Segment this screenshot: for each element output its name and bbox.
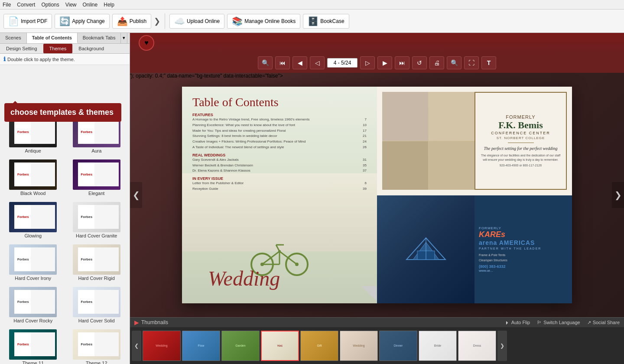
theme-hcrigid[interactable]: Forbes Hard Cover Rigid <box>66 243 127 283</box>
antique-cover: Forbes <box>14 120 32 144</box>
hcrocky-cover: Forbes <box>14 290 32 314</box>
theme-hcgranite[interactable]: Forbes Hard Cover Granite <box>66 200 127 240</box>
theme-elegant-thumb: Forbes <box>73 159 120 190</box>
bookcase-button[interactable]: 🗄️ BookCase <box>303 14 349 29</box>
ad-conference-label: CONFERENCE CENTER <box>491 131 550 135</box>
photo-1 <box>382 92 428 141</box>
thumb-5[interactable]: Gift <box>300 331 338 361</box>
theme-hcsolid[interactable]: Forbes Hard Cover Solid <box>66 285 127 325</box>
thumb-7[interactable]: Dinner <box>379 331 417 361</box>
toc-item-5: Creative Images + Flickers: Writing Prof… <box>192 139 367 145</box>
tab-toc[interactable]: Table of Contents <box>27 33 78 43</box>
back-all-button[interactable]: ⏮ <box>275 56 290 69</box>
tab-scenes[interactable]: Scenes <box>0 33 27 43</box>
toc-rw-1: Gary Scevendt & Alex Jackals31 <box>192 157 367 163</box>
theme-elegant[interactable]: Forbes Elegant <box>66 158 127 198</box>
theme-glowing[interactable]: Forbes Glowing <box>3 200 64 240</box>
tab-background[interactable]: Background <box>72 44 110 53</box>
theme-glowing-thumb: Forbes <box>9 202 57 232</box>
photo-2 <box>429 92 474 141</box>
theme-blackwood-label: Black Wood <box>20 191 46 196</box>
tab-design-setting[interactable]: Design Setting <box>0 44 43 53</box>
menu-options[interactable]: Options <box>41 2 59 8</box>
hcrigid-cover: Forbes <box>78 247 95 271</box>
theme-teal[interactable]: Forbes Theme 11 <box>3 328 64 364</box>
thumbnails-panel: ▶ Thumbnails ⏵ Auto Flip 🏳 Switch Langua… <box>130 317 624 364</box>
ad-arena-leader: PARTNER WITH THE LEADER <box>479 247 568 250</box>
apply-change-button[interactable]: 🔄 Apply Change <box>55 14 109 29</box>
toc-section-features: FEATURES <box>192 113 367 117</box>
theme-hcrocky-label: Hard Cover Rocky <box>13 318 52 323</box>
menu-file[interactable]: File <box>3 2 11 8</box>
theme-light[interactable]: Forbes Theme 12 <box>66 328 127 364</box>
text-button[interactable]: T <box>481 56 496 69</box>
ad-divider <box>508 143 534 143</box>
toc-rw-3: Dr. Elena Kazons & Shannon Klassos37 <box>192 168 367 174</box>
themes-grid: choose templates & themes Forbes Antique… <box>0 65 130 364</box>
menu-view[interactable]: View <box>65 2 77 8</box>
zoom-in-button[interactable]: 🔍 <box>258 56 273 69</box>
forward-button[interactable]: ▶ <box>377 56 392 69</box>
light-page <box>94 332 119 356</box>
toc-ie-1: Letter from the Publisher & Editor6 <box>192 181 367 186</box>
thumbs-next-button[interactable]: ❯ <box>497 331 507 361</box>
thumb-2[interactable]: Flow <box>182 331 220 361</box>
apply-change-label: Apply Change <box>72 18 104 24</box>
theme-hcsolid-label: Hard Cover Solid <box>78 318 115 323</box>
rotate-button[interactable]: ↺ <box>412 56 427 69</box>
publish-button[interactable]: 📤 Publish <box>112 14 151 29</box>
theme-light-thumb: Forbes <box>73 329 120 360</box>
blackwood-cover: Forbes <box>14 162 32 186</box>
ad-arena: FORMERLY KAREs arena AMERICAS PARTNER WI… <box>377 195 572 303</box>
thumb-9[interactable]: Dress <box>458 331 496 361</box>
print-button[interactable]: 🖨 <box>429 56 444 69</box>
menu-online[interactable]: Online <box>83 2 98 8</box>
prev-spread-button[interactable]: ❮ <box>130 182 142 208</box>
tab-dropdown[interactable]: ▾ <box>121 33 127 43</box>
import-pdf-button[interactable]: 📄 Import PDF <box>3 14 52 29</box>
ad-photo-grid <box>382 92 474 190</box>
switch-language-control[interactable]: 🏳 Switch Language <box>537 320 580 325</box>
toc-item-3: Made for You: Tips and ideas for creatin… <box>192 128 367 134</box>
hcirony-page <box>31 247 55 271</box>
theme-blackwood[interactable]: Forbes Black Wood <box>3 158 64 198</box>
menu-convert[interactable]: Convert <box>17 2 35 8</box>
tab-bookmark[interactable]: Bookmark Tabs <box>78 33 121 43</box>
thumb-1[interactable]: Wedding <box>143 331 181 361</box>
ad-arena-image <box>377 195 474 303</box>
forward-all-button[interactable]: ⏭ <box>395 56 410 69</box>
next-spread-button[interactable]: ❯ <box>612 182 624 208</box>
theme-hcrigid-label: Hard Cover Rigid <box>78 276 115 281</box>
thumbs-prev-button[interactable]: ❮ <box>132 331 141 361</box>
toolbar: 📄 Import PDF 🔄 Apply Change 📤 Publish ❯ … <box>0 10 624 33</box>
hcsolid-page <box>94 290 119 314</box>
prev-page-button[interactable]: ◁ <box>310 56 325 69</box>
auto-flip-control[interactable]: ⏵ Auto Flip <box>505 320 530 325</box>
menu-help[interactable]: Help <box>104 2 114 8</box>
ad-tagline: The perfect setting for the perfect wedd… <box>484 146 558 152</box>
light-cover: Forbes <box>78 332 95 356</box>
upload-online-button[interactable]: ☁️ Upload Online <box>169 14 224 29</box>
social-share-control[interactable]: ↗ Social Share <box>587 320 620 325</box>
ad-arena-brand: arena AMERICAS <box>479 239 568 246</box>
thumb-6[interactable]: Wedding <box>340 331 378 361</box>
theme-hcrocky[interactable]: Forbes Hard Cover Rocky <box>3 285 64 325</box>
upload-icon: ☁️ <box>174 16 185 26</box>
fullscreen-button[interactable]: ⛶ <box>464 56 479 69</box>
toolbar-expand-arrow[interactable]: ❯ <box>154 16 160 26</box>
thumb-4[interactable]: TOC <box>261 331 299 361</box>
thumb-8[interactable]: Bride <box>419 331 457 361</box>
theme-aura-label: Aura <box>91 148 101 153</box>
manage-online-button[interactable]: 📚 Manage Online Books <box>227 14 300 29</box>
theme-hcirony[interactable]: Forbes Hard Cover Irony <box>3 243 64 283</box>
toc-item-6: A Taste of Individual: The newest blend … <box>192 145 367 150</box>
page-indicator[interactable]: 4 - 5/24 <box>327 58 358 68</box>
back-button[interactable]: ◀ <box>292 56 307 69</box>
next-page-button[interactable]: ▷ <box>360 56 375 69</box>
ad-arena-services: Frame & Pole Tents Clearspan Structures <box>479 253 568 262</box>
search-button[interactable]: 🔍 <box>447 56 462 69</box>
tab-themes[interactable]: Themes <box>43 44 73 53</box>
thumb-3[interactable]: Garden <box>221 331 260 361</box>
aura-page <box>94 120 119 144</box>
theme-light-label: Theme 12 <box>86 361 107 364</box>
